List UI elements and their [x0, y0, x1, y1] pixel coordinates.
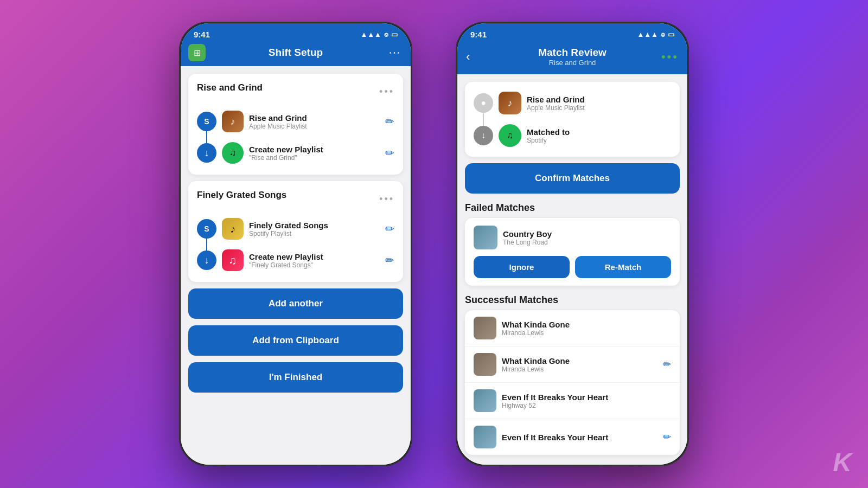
failed-song-row: Country Boy The Long Road	[474, 226, 671, 249]
spotify-icon-1: ♫	[222, 142, 244, 164]
phone1-screen: Rise and Grind ••• S ♪ Rise and Grind Ap…	[181, 66, 411, 465]
dest-info-1: Create new Playlist "Rise and Grind"	[249, 145, 380, 162]
dest-name-2: Create new Playlist	[249, 252, 380, 261]
successful-matches-title: Successful Matches	[465, 292, 680, 310]
down-icon-1: ↓	[197, 143, 216, 163]
transfer-source-type: Apple Music Playlist	[527, 104, 671, 112]
source-row-2: S ♪ Finely Grated Songs Spotify Playlist…	[197, 216, 394, 242]
transfer-source-name: Rise and Grind	[527, 95, 671, 104]
transfer-source-info: Rise and Grind Apple Music Playlist	[527, 95, 671, 112]
success-edit-icon-3[interactable]: ✏	[663, 431, 671, 443]
success-artist-1: Miranda Lewis	[502, 365, 658, 373]
finely-grated-card: Finely Grated Songs ••• S ♪ Finely Grate…	[188, 181, 403, 282]
action-buttons: Ignore Re-Match	[474, 256, 671, 278]
success-name-1: What Kinda Gone	[502, 356, 658, 365]
success-info-1: What Kinda Gone Miranda Lewis	[502, 356, 658, 373]
match-screen: ● ♪ Rise and Grind Apple Music Playlist …	[457, 74, 687, 465]
ignore-button[interactable]: Ignore	[474, 256, 570, 278]
success-thumb-1	[474, 353, 496, 376]
dest-row-2: ↓ ♫ Create new Playlist "Finely Grated S…	[197, 247, 394, 273]
card-dots-1[interactable]: •••	[379, 86, 394, 98]
battery-icon: ▭	[391, 30, 398, 38]
source-type-2: Spotify Playlist	[249, 230, 380, 237]
transfer-card: ● ♪ Rise and Grind Apple Music Playlist …	[465, 82, 680, 157]
success-name-2: Even If It Breaks Your Heart	[502, 393, 671, 402]
transfer-dest-info: Matched to Spotify	[527, 127, 671, 144]
match-content: ● ♪ Rise and Grind Apple Music Playlist …	[457, 74, 687, 463]
success-artist-2: Highway 52	[502, 402, 671, 409]
header-dots: ⋯	[388, 46, 402, 60]
transfer-dest-name: Matched to	[527, 127, 671, 137]
success-name-0: What Kinda Gone	[502, 320, 671, 329]
add-another-button[interactable]: Add another	[188, 288, 403, 319]
failed-matches-title: Failed Matches	[465, 200, 680, 218]
success-thumb-2	[474, 389, 496, 412]
edit-icon-1[interactable]: ✏	[385, 115, 394, 128]
shift-setup-title: Shift Setup	[269, 47, 323, 59]
success-item-0: What Kinda Gone Miranda Lewis	[465, 310, 680, 346]
failed-song-thumb	[474, 226, 497, 249]
success-name-3: Even If It Breaks Your Heart	[502, 433, 658, 442]
apple-music-icon-1: ♪	[222, 111, 244, 132]
rematch-button[interactable]: Re-Match	[575, 256, 671, 278]
shift-header: ⊞ Shift Setup ⋯	[181, 42, 411, 66]
source-row-1: S ♪ Rise and Grind Apple Music Playlist …	[197, 108, 394, 134]
add-from-clipboard-button[interactable]: Add from Clipboard	[188, 325, 403, 356]
card-title-2: Finely Grated Songs	[197, 190, 286, 201]
transfer-apple-music-icon: ♪	[499, 92, 521, 114]
failed-matches-section: Failed Matches Country Boy The Long Road…	[465, 200, 680, 286]
transfer-spotify-icon: ♫	[499, 124, 521, 147]
phone-1: 9:41 ▲▲▲ ⌾ ▭ ⊞ Shift Setup ⋯ Rise and Gr…	[179, 22, 412, 466]
im-finished-button[interactable]: I'm Finished	[188, 362, 403, 393]
apple-music-red-icon: ♫	[222, 249, 244, 271]
watermark: K	[833, 447, 852, 477]
successful-matches-section: Successful Matches What Kinda Gone Miran…	[465, 292, 680, 455]
match-review-subtitle: Rise and Grind	[538, 59, 607, 67]
down-icon-2: ↓	[197, 251, 216, 270]
wifi-icon: ⌾	[384, 30, 388, 38]
dest-row-1: ↓ ♫ Create new Playlist "Rise and Grind"…	[197, 140, 394, 166]
card-header-2: Finely Grated Songs •••	[197, 190, 394, 208]
status-icons-1: ▲▲▲ ⌾ ▭	[360, 30, 398, 38]
rise-and-grind-card: Rise and Grind ••• S ♪ Rise and Grind Ap…	[188, 74, 403, 175]
transfer-source-icon: ●	[474, 93, 493, 113]
wifi-icon-2: ⌾	[661, 30, 665, 38]
failed-card: Country Boy The Long Road Ignore Re-Matc…	[465, 218, 680, 286]
success-item-2: Even If It Breaks Your Heart Highway 52	[465, 383, 680, 419]
edit-icon-1b[interactable]: ✏	[385, 146, 394, 159]
spotify-s-icon-2: S	[197, 219, 216, 239]
success-edit-icon-1[interactable]: ✏	[663, 358, 671, 370]
dest-sub-1: "Rise and Grind"	[249, 154, 380, 162]
edit-icon-2[interactable]: ✏	[385, 222, 394, 235]
source-info-2: Finely Grated Songs Spotify Playlist	[249, 221, 380, 237]
confirm-matches-button[interactable]: Confirm Matches	[465, 163, 680, 194]
success-info-0: What Kinda Gone Miranda Lewis	[502, 320, 671, 337]
dest-sub-2: "Finely Grated Songs"	[249, 261, 380, 269]
edit-icon-2b[interactable]: ✏	[385, 254, 394, 267]
spotify-s-icon-1: S	[197, 112, 216, 131]
source-name-2: Finely Grated Songs	[249, 221, 380, 230]
menu-icon[interactable]: ⊞	[188, 44, 206, 61]
status-bar-1: 9:41 ▲▲▲ ⌾ ▭	[181, 23, 411, 42]
transfer-dest-icon: ↓	[474, 126, 493, 145]
source-name-1: Rise and Grind	[249, 113, 380, 123]
signal-icon-2: ▲▲▲	[637, 30, 658, 38]
success-info-3: Even If It Breaks Your Heart	[502, 433, 658, 442]
status-icons-2: ▲▲▲ ⌾ ▭	[637, 30, 674, 38]
success-artist-0: Miranda Lewis	[502, 329, 671, 337]
battery-icon-2: ▭	[668, 30, 674, 38]
source-type-1: Apple Music Playlist	[249, 123, 380, 130]
status-bar-2: 9:41 ▲▲▲ ⌾ ▭	[457, 23, 687, 42]
header-title-group: Match Review Rise and Grind	[538, 47, 607, 67]
card-dots-2[interactable]: •••	[379, 194, 394, 205]
header-dots-2[interactable]: •••	[661, 50, 679, 64]
match-review-title: Match Review	[538, 47, 607, 59]
card-header-1: Rise and Grind •••	[197, 82, 394, 101]
dest-name-1: Create new Playlist	[249, 145, 380, 154]
transfer-source-row: ● ♪ Rise and Grind Apple Music Playlist	[474, 89, 671, 117]
spotify-gold-icon: ♪	[222, 218, 244, 240]
back-button[interactable]: ‹	[466, 50, 470, 64]
failed-song-name: Country Boy	[503, 229, 671, 239]
success-item-1: What Kinda Gone Miranda Lewis ✏	[465, 346, 680, 383]
success-thumb-0	[474, 317, 496, 339]
